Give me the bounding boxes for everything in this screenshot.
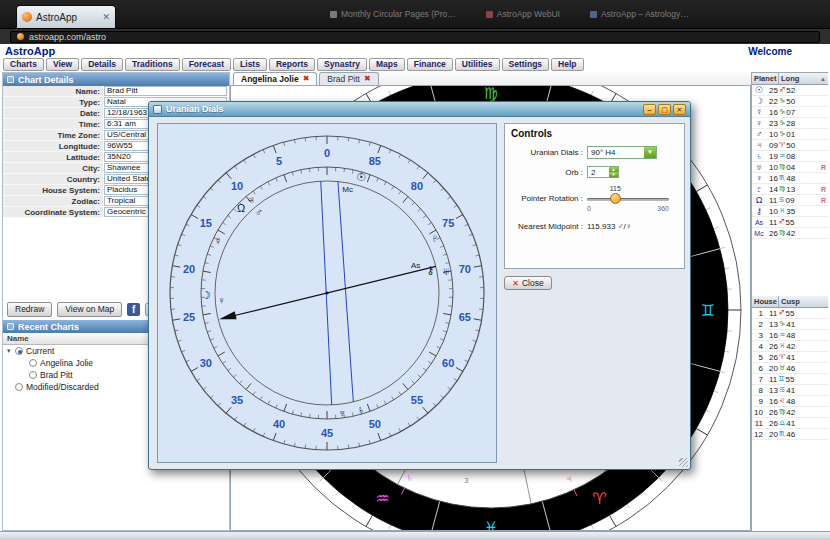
- dial-planet-: ☿: [214, 235, 222, 247]
- chart-tab-brad-pitt[interactable]: Brad Pitt✖: [319, 72, 378, 85]
- background-tab[interactable]: Monthly Circular Pages (Pro…: [330, 9, 456, 19]
- slider-track[interactable]: [587, 198, 669, 201]
- field-value[interactable]: Brad Pitt: [104, 86, 227, 96]
- menu-reports[interactable]: Reports: [269, 58, 315, 71]
- expander-icon[interactable]: ▾: [7, 347, 15, 355]
- house-table-header: House Cusp: [752, 296, 828, 308]
- dialog-titlebar[interactable]: Uranian Dials – ▢ ✕: [149, 102, 690, 117]
- degrees: 26: [769, 353, 778, 362]
- long-column-header[interactable]: Long: [779, 74, 820, 83]
- planet-glyph: ♆: [752, 173, 766, 183]
- menu-utilities[interactable]: Utilities: [455, 58, 500, 71]
- spin-down-icon[interactable]: ▼: [609, 172, 618, 177]
- close-chart-icon[interactable]: ✖: [364, 74, 371, 84]
- tab-close-icon[interactable]: ✕: [102, 12, 110, 22]
- menu-charts[interactable]: Charts: [3, 58, 44, 71]
- svg-text:85: 85: [369, 155, 381, 167]
- maximize-icon[interactable]: ▢: [658, 104, 671, 115]
- dialog-title: Uranian Dials: [166, 104, 224, 114]
- welcome-text: Welcome: [748, 46, 792, 57]
- minimize-icon[interactable]: –: [643, 104, 656, 115]
- chart-name: Angelina Jolie: [40, 358, 93, 368]
- house-number: 2: [752, 320, 766, 329]
- zodiac-sign-: ♍: [484, 86, 498, 102]
- menu-lists[interactable]: Lists: [233, 58, 267, 71]
- cusp-column-header[interactable]: Cusp: [779, 297, 828, 306]
- sign-glyph: ♒: [779, 331, 785, 339]
- orb-input[interactable]: 2 ▲▼: [587, 166, 619, 178]
- minutes: 50: [786, 97, 795, 106]
- house-number: 7: [752, 375, 766, 384]
- cusp-longitude: 26♎41: [766, 419, 828, 428]
- close-chart-icon[interactable]: ✖: [303, 74, 310, 84]
- degrees: 19: [769, 152, 778, 161]
- menu-synastry[interactable]: Synastry: [317, 58, 367, 71]
- chart-details-header[interactable]: Chart Details: [3, 73, 229, 86]
- dialog-close-icon[interactable]: ✕: [673, 104, 686, 115]
- house-row-2: 213♑41: [752, 319, 828, 330]
- house-row-1: 111♐55: [752, 308, 828, 319]
- radio-button[interactable]: [15, 383, 23, 391]
- menu-settings[interactable]: Settings: [502, 58, 550, 71]
- chart-tab-label: Brad Pitt: [327, 74, 360, 84]
- background-tab[interactable]: AstroApp – Astrology…: [590, 9, 689, 19]
- dropdown-arrow-icon[interactable]: ▼: [644, 147, 656, 158]
- house-number: 11: [752, 419, 766, 428]
- radio-button[interactable]: [15, 347, 23, 355]
- house-column-header[interactable]: House: [752, 296, 779, 307]
- radio-button[interactable]: [29, 371, 37, 379]
- dial-type-value: 90° H4: [591, 148, 616, 157]
- menu-details[interactable]: Details: [81, 58, 123, 71]
- pointer-rotation-slider[interactable]: 115 0 360: [587, 190, 669, 206]
- column-header-name[interactable]: Name: [3, 333, 171, 344]
- facebook-icon[interactable]: f: [127, 303, 140, 316]
- sign-glyph: ♑: [779, 130, 785, 138]
- nearest-midpoint-row: Nearest Midpoint : 115.933 ♂/♀: [505, 222, 684, 231]
- menu-view[interactable]: View: [46, 58, 79, 71]
- minutes: 41: [786, 320, 795, 329]
- dial-planet-: ♀: [217, 294, 225, 306]
- minutes: 41: [786, 353, 795, 362]
- svg-text:20: 20: [183, 263, 195, 275]
- chart-tab-angelina-jolie[interactable]: Angelina Jolie✖: [233, 72, 317, 85]
- dial-type-select[interactable]: 90° H4 ▼: [587, 146, 657, 159]
- minutes: 55: [786, 309, 795, 318]
- planet-row-: ⚷10♓35: [752, 206, 828, 217]
- close-button[interactable]: ✕ Close: [504, 276, 552, 290]
- dial-planet-mc: Mc: [342, 185, 353, 194]
- planet-longitude: 14♍13: [766, 185, 821, 194]
- minutes: 48: [786, 331, 795, 340]
- house-row-3: 316♒48: [752, 330, 828, 341]
- svg-text:25: 25: [183, 311, 195, 323]
- url-field[interactable]: astroapp.com/astro: [10, 31, 820, 43]
- controls-panel: Controls Uranian Dials : 90° H4 ▼ Orb : …: [504, 123, 685, 269]
- uranian-dial[interactable]: 0510152025303540455055606570758085☉Mc♃Ω♂…: [158, 124, 496, 462]
- svg-text:80: 80: [411, 180, 423, 192]
- site-favicon: [17, 33, 24, 40]
- menu-traditions[interactable]: Traditions: [125, 58, 180, 71]
- resize-grip[interactable]: [679, 458, 688, 467]
- sort-icon[interactable]: ▲: [820, 76, 828, 82]
- browser-address-bar: astroapp.com/astro: [0, 28, 830, 44]
- redraw-button[interactable]: Redraw: [7, 302, 52, 317]
- planet-longitude: 11♐55: [766, 218, 828, 227]
- radio-button[interactable]: [29, 359, 37, 367]
- menu-finance[interactable]: Finance: [407, 58, 453, 71]
- background-tab-title: AstroApp – Astrology…: [601, 9, 689, 19]
- background-tab[interactable]: AstroApp WebUI: [486, 9, 560, 19]
- dial-planet-: ♃: [246, 193, 254, 205]
- degrees: 11: [769, 196, 777, 205]
- menu-help[interactable]: Help: [551, 58, 583, 71]
- midpoint-value: 115.933 ♂/♀: [587, 222, 632, 231]
- slider-thumb[interactable]: [610, 193, 621, 204]
- menu-forecast[interactable]: Forecast: [182, 58, 231, 71]
- browser-tab-astroapp[interactable]: AstroApp ✕: [16, 5, 116, 28]
- view-on-map-button[interactable]: View on Map: [57, 302, 122, 317]
- zodiac-sign-: ♊: [701, 302, 715, 319]
- menu-maps[interactable]: Maps: [369, 58, 405, 71]
- svg-text:30: 30: [200, 357, 212, 369]
- degrees: 11: [769, 309, 777, 318]
- degrees: 20: [769, 364, 778, 373]
- background-tab-title: Monthly Circular Pages (Pro…: [341, 9, 456, 19]
- planet-column-header[interactable]: Planet: [752, 73, 779, 84]
